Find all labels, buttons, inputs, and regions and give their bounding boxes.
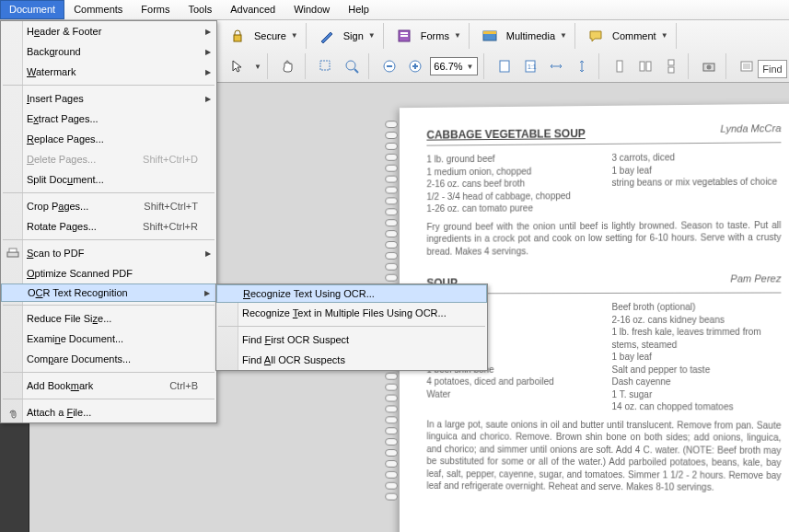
recipe-1-title: CABBAGE VEGETABLE SOUP <box>426 127 585 142</box>
find-field[interactable]: Find <box>758 60 787 78</box>
recipe-2-ingredients-col2: Beef broth (optional) 2-16 oz. cans kidn… <box>612 301 782 413</box>
menubar: Document Comments Forms Tools Advanced W… <box>0 0 789 20</box>
menu-header-footer[interactable]: Header & Footer <box>1 21 216 41</box>
secure-icon[interactable] <box>226 25 249 47</box>
menu-watermark[interactable]: Watermark <box>1 62 216 82</box>
svg-point-7 <box>346 61 355 70</box>
recipe-2-author: Pam Perez <box>730 272 781 283</box>
submenu-recognize-ocr[interactable]: Recognize Text Using OCR... <box>216 284 487 303</box>
fit-width-icon[interactable] <box>545 55 567 77</box>
recipe-1-author: Lynda McCra <box>720 122 781 134</box>
menu-examine-document[interactable]: Examine Document... <box>1 329 216 349</box>
menu-scan-to-pdf[interactable]: Scan to PDF <box>1 243 216 263</box>
svg-rect-18 <box>640 62 644 71</box>
document-menu-dropdown: Header & Footer Background Watermark Ins… <box>0 20 217 423</box>
svg-rect-28 <box>7 252 18 257</box>
single-page-icon[interactable] <box>609 55 631 77</box>
ocr-submenu: Recognize Text Using OCR... Recognize Te… <box>215 283 488 371</box>
recipe-1: CABBAGE VEGETABLE SOUP Lynda McCra 1 lb.… <box>426 122 781 258</box>
comment-icon[interactable] <box>585 25 607 47</box>
zoom-out-icon[interactable] <box>378 55 400 77</box>
comment-button[interactable]: Comment▼ <box>610 30 670 41</box>
sign-button[interactable]: Sign▼ <box>342 30 377 41</box>
menu-add-bookmark[interactable]: Add BookmarkCtrl+B <box>1 376 216 396</box>
svg-rect-21 <box>668 67 674 73</box>
svg-rect-19 <box>646 62 651 71</box>
zoom-dynamic-icon[interactable] <box>341 55 363 77</box>
snapshot-icon[interactable] <box>698 55 720 77</box>
select-dropdown[interactable]: ▼ <box>254 63 261 71</box>
multimedia-icon[interactable] <box>479 25 501 47</box>
svg-point-23 <box>706 65 711 70</box>
fit-page-icon[interactable] <box>493 55 516 77</box>
recipe-2-instructions: In a large pot, saute onions in oil and … <box>426 418 781 494</box>
actual-size-icon[interactable]: 1:1 <box>519 55 541 77</box>
scanner-icon <box>6 246 20 260</box>
paperclip-icon <box>6 405 20 420</box>
recipe-1-instructions: Fry ground beef with the onion until bee… <box>426 218 781 257</box>
continuous-icon[interactable] <box>660 55 682 77</box>
recipe-1-ingredients-col1: 1 lb. ground beef 1 medium onion, choppe… <box>426 152 593 215</box>
submenu-find-first-suspect[interactable]: Find First OCR Suspect <box>216 330 487 350</box>
fit-height-icon[interactable] <box>571 55 593 77</box>
menu-forms[interactable]: Forms <box>132 0 179 19</box>
submenu-recognize-multiple[interactable]: Recognize Text in Multiple Files Using O… <box>216 303 487 323</box>
marquee-zoom-icon[interactable] <box>315 55 337 77</box>
forms-button[interactable]: Forms▼ <box>419 30 463 41</box>
recipe-1-ingredients-col2: 3 carrots, diced 1 bay leaf string beans… <box>612 150 782 214</box>
svg-rect-6 <box>320 61 330 70</box>
menu-document[interactable]: Document <box>0 0 64 19</box>
menu-advanced[interactable]: Advanced <box>221 0 284 19</box>
svg-rect-0 <box>234 35 241 41</box>
sign-icon[interactable] <box>316 25 338 47</box>
forms-icon[interactable] <box>393 25 415 47</box>
reading-mode-icon[interactable] <box>736 55 758 77</box>
multimedia-button[interactable]: Multimedia▼ <box>505 30 569 41</box>
menu-window[interactable]: Window <box>284 0 339 19</box>
menu-background[interactable]: Background <box>1 41 216 62</box>
svg-rect-20 <box>668 60 674 65</box>
svg-rect-2 <box>400 32 408 34</box>
two-page-icon[interactable] <box>634 55 656 77</box>
svg-line-8 <box>354 69 358 73</box>
svg-rect-5 <box>483 31 496 34</box>
svg-rect-3 <box>400 35 408 37</box>
menu-help[interactable]: Help <box>339 0 378 19</box>
zoom-level-field[interactable]: 66.7%▼ <box>430 57 478 75</box>
menu-optimize-scanned[interactable]: Optimize Scanned PDF <box>1 263 216 283</box>
menu-crop-pages[interactable]: Crop Pages...Shift+Ctrl+T <box>1 196 216 216</box>
svg-text:1:1: 1:1 <box>528 64 537 70</box>
svg-rect-29 <box>9 249 17 252</box>
menu-comments[interactable]: Comments <box>64 0 132 19</box>
menu-reduce-file-size[interactable]: Reduce File Size... <box>1 308 216 329</box>
submenu-find-all-suspects[interactable]: Find All OCR Suspects <box>216 350 487 370</box>
menu-replace-pages[interactable]: Replace Pages... <box>1 129 216 149</box>
menu-compare-documents[interactable]: Compare Documents... <box>1 349 216 369</box>
svg-rect-17 <box>617 61 622 72</box>
svg-rect-14 <box>500 61 509 72</box>
menu-split-document[interactable]: Split Document... <box>1 169 216 190</box>
hand-tool-icon[interactable] <box>277 55 299 77</box>
secure-button[interactable]: Secure▼ <box>252 30 300 41</box>
menu-tools[interactable]: Tools <box>180 0 222 19</box>
zoom-in-icon[interactable] <box>404 55 426 77</box>
menu-ocr-text-recognition[interactable]: OCR Text Recognition <box>1 283 216 302</box>
menu-attach-file[interactable]: Attach a File... <box>1 402 216 422</box>
menu-extract-pages[interactable]: Extract Pages... <box>1 109 216 129</box>
menu-delete-pages: Delete Pages...Shift+Ctrl+D <box>1 149 216 169</box>
menu-rotate-pages[interactable]: Rotate Pages...Shift+Ctrl+R <box>1 216 216 237</box>
menu-insert-pages[interactable]: Insert Pages <box>1 88 216 109</box>
select-tool-icon[interactable] <box>226 55 249 77</box>
